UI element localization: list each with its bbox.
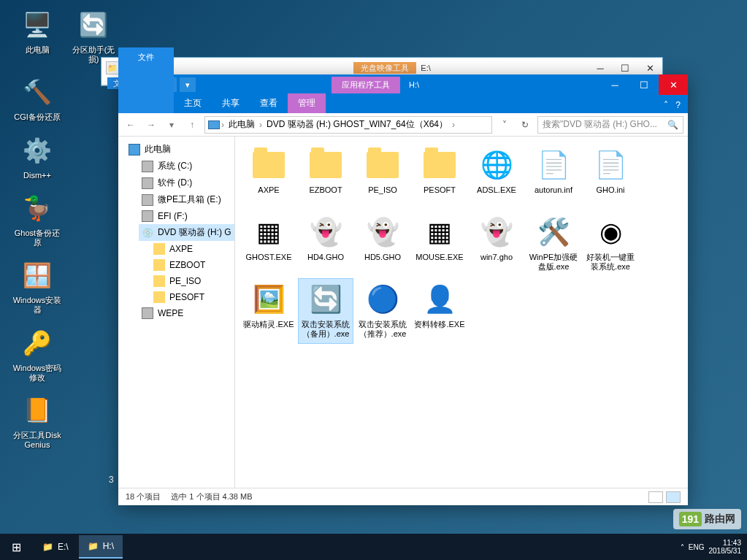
desktop-icon-ghost[interactable]: 🦆Ghost备份还原 <box>11 191 64 248</box>
file-label: ADSL.EXE <box>471 185 522 195</box>
maximize-back[interactable]: ☐ <box>613 63 637 74</box>
file-item[interactable]: ◉好装机一键重装系统.exe <box>583 211 638 277</box>
tree-folder-pesoft[interactable]: PESOFT <box>150 289 234 305</box>
up-button[interactable]: ↑ <box>184 117 200 133</box>
desktop-icon-diskgenius[interactable]: 📙分区工具DiskGenius <box>11 393 64 450</box>
file-item[interactable]: 👻HD4.GHO <box>298 211 353 277</box>
start-button[interactable]: ⊞ <box>0 534 32 560</box>
file-icon: 📄 <box>593 147 628 183</box>
taskbar-item-e[interactable]: 📁E:\ <box>34 535 77 559</box>
tab-share[interactable]: 共享 <box>212 93 250 113</box>
tab-view[interactable]: 查看 <box>250 93 288 113</box>
file-item[interactable]: 🔵双击安装系统（推荐）.exe <box>355 278 410 344</box>
context-tab: 应用程序工具 <box>332 77 400 93</box>
minimize-back[interactable]: ─ <box>588 63 613 74</box>
tree-this-pc[interactable]: 此电脑 <box>118 141 234 158</box>
search-icon: 🔍 <box>667 120 678 130</box>
ribbon-collapse-icon[interactable]: ˄ <box>664 100 668 110</box>
tree-folder-ezboot[interactable]: EZBOOT <box>150 257 234 273</box>
desktop-icon-password[interactable]: 🔑Windows密码修改 <box>11 326 64 383</box>
desktop-icon-wininstall[interactable]: 🪟Windows安装器 <box>11 258 64 315</box>
folder-icon <box>251 147 286 183</box>
ime-indicator[interactable]: ENG <box>689 543 705 551</box>
file-item[interactable]: 🛠️WinPE加强硬盘版.exe <box>526 211 581 277</box>
file-item[interactable]: AXPE <box>241 144 296 210</box>
file-label: MOUSE.EXE <box>414 253 465 262</box>
tab-manage[interactable]: 管理 <box>288 93 326 113</box>
system-tray[interactable]: ˄ ENG 11:432018/5/31 <box>681 539 747 555</box>
file-item[interactable]: 📄autorun.inf <box>526 144 581 210</box>
file-label: PESOFT <box>414 185 465 195</box>
tree-drive-h[interactable]: 💿DVD 驱动器 (H:) G <box>139 224 234 241</box>
help-icon[interactable]: ? <box>675 100 681 110</box>
breadcrumb[interactable]: › 此电脑 › DVD 驱动器 (H:) GHOST_WIN7_64位（X64）… <box>204 116 492 134</box>
file-item[interactable]: 👤资料转移.EXE <box>412 278 467 344</box>
status-bar: 18 个项目 选中 1 个项目 4.38 MB <box>118 488 688 505</box>
view-icons-button[interactable] <box>666 491 681 503</box>
file-item[interactable]: ▦GHOST.EXE <box>241 211 296 277</box>
view-details-button[interactable] <box>648 491 663 503</box>
file-item[interactable]: ▦MOUSE.EXE <box>412 211 467 277</box>
tree-folder-axpe[interactable]: AXPE <box>150 241 234 257</box>
file-item[interactable]: PESOFT <box>412 144 467 210</box>
window-title: H:\ <box>409 80 419 89</box>
crumb-pc[interactable]: 此电脑 <box>226 118 258 131</box>
folder-icon: 📁 <box>88 541 99 551</box>
file-icon: 👻 <box>365 215 400 250</box>
file-item[interactable]: 🌐ADSL.EXE <box>469 144 524 210</box>
file-item[interactable]: 🖼️驱动精灵.EXE <box>241 278 296 344</box>
tray-chevron-icon[interactable]: ˄ <box>681 543 684 551</box>
file-icon: 🛠️ <box>536 215 571 250</box>
file-item[interactable]: 👻win7.gho <box>469 211 524 277</box>
folder-icon <box>153 243 165 255</box>
maximize-button[interactable]: ☐ <box>629 74 659 95</box>
tab-file[interactable]: 文件 <box>118 47 174 113</box>
titlebar[interactable]: 📁 ▭ ▭ ▾ 应用程序工具 H:\ ─ ☐ ✕ <box>118 74 688 95</box>
tree-drive-f[interactable]: EFI (F:) <box>139 208 234 224</box>
minimize-button[interactable]: ─ <box>600 74 629 95</box>
file-label: 双击安装系统（备用）.exe <box>300 320 351 338</box>
close-button[interactable]: ✕ <box>659 74 688 95</box>
folder-icon <box>422 147 457 183</box>
file-icon: 👻 <box>308 215 343 250</box>
tab-home[interactable]: 主页 <box>174 93 212 113</box>
ribbon: 文件 主页 共享 查看 管理 ˄? <box>118 95 688 113</box>
desktop-icon-this-pc[interactable]: 🖥️此电脑 <box>11 7 64 64</box>
desktop-icon-partition[interactable]: 🔄分区助手(无损) <box>67 7 120 64</box>
file-item[interactable]: PE_ISO <box>355 144 410 210</box>
recent-dropdown[interactable]: ▾ <box>164 117 180 133</box>
folder-icon <box>153 259 165 271</box>
file-item[interactable]: 👻HD5.GHO <box>355 211 410 277</box>
file-list[interactable]: AXPEEZBOOTPE_ISOPESOFT🌐ADSL.EXE📄autorun.… <box>235 137 688 488</box>
tree-drive-e[interactable]: 微PE工具箱 (E:) <box>139 191 234 208</box>
refresh-button[interactable]: ↻ <box>517 117 533 133</box>
dvd-icon: 💿 <box>142 227 153 239</box>
tree-drive-c[interactable]: 系统 (C:) <box>139 158 234 174</box>
clock[interactable]: 11:432018/5/31 <box>709 539 742 555</box>
folder-icon[interactable]: 📁 <box>106 61 119 74</box>
folder-icon <box>153 291 165 303</box>
file-label: EZBOOT <box>300 185 351 195</box>
file-item[interactable]: EZBOOT <box>298 144 353 210</box>
qat-dropdown-icon[interactable]: ▾ <box>180 77 196 92</box>
file-item[interactable]: 📄GHO.ini <box>583 144 638 210</box>
address-bar-row: ← → ▾ ↑ › 此电脑 › DVD 驱动器 (H:) GHOST_WIN7_… <box>118 113 688 137</box>
duck-icon: 🦆 <box>20 191 55 226</box>
tree-drive-d[interactable]: 软件 (D:) <box>139 174 234 191</box>
file-item[interactable]: 🔄双击安装系统（备用）.exe <box>298 278 353 344</box>
tree-drive-wepe[interactable]: WEPE <box>139 305 234 321</box>
close-back[interactable]: ✕ <box>637 63 662 74</box>
window-title-back: E:\ <box>421 64 430 72</box>
forward-button[interactable]: → <box>143 117 159 133</box>
file-label: 双击安装系统（推荐）.exe <box>357 320 408 338</box>
window-icon: 🪟 <box>20 258 55 293</box>
tree-folder-peiso[interactable]: PE_ISO <box>150 273 234 289</box>
taskbar-item-h[interactable]: 📁H:\ <box>79 535 123 559</box>
addr-dropdown-icon[interactable]: ˅ <box>497 117 513 133</box>
desktop-icon-cgi[interactable]: 🔨CGI备份还原 <box>11 74 64 122</box>
desktop-icon-dism[interactable]: ⚙️Dism++ <box>11 133 64 180</box>
back-button[interactable]: ← <box>123 117 139 133</box>
file-label: autorun.inf <box>528 185 579 195</box>
search-input[interactable]: 搜索"DVD 驱动器 (H:) GHO...🔍 <box>537 116 683 134</box>
crumb-drive[interactable]: DVD 驱动器 (H:) GHOST_WIN7_64位（X64） <box>264 118 451 131</box>
